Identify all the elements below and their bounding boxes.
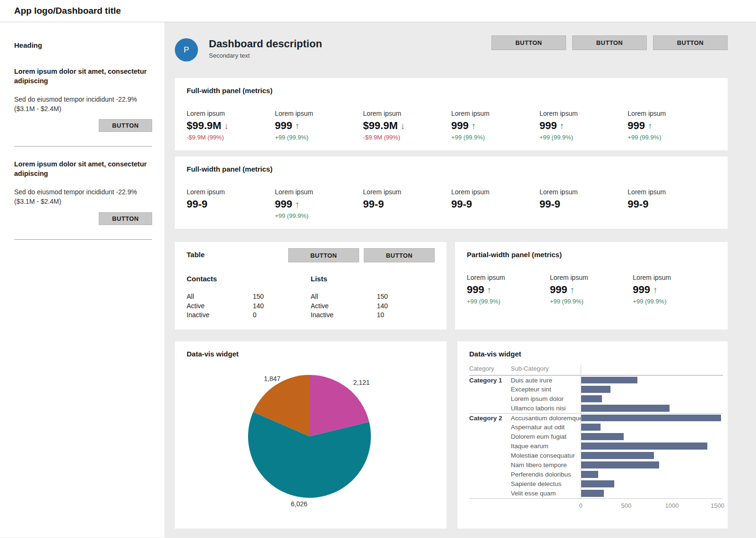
pie-slice-label: 6,026 — [291, 500, 307, 508]
metric: Lorem ipsum999 ↑+99 (99.9%) — [633, 274, 716, 305]
trend-down-icon: ↓ — [401, 121, 405, 131]
bar — [581, 395, 602, 402]
metric: Lorem ipsum999 ↑+99 (99.9%) — [275, 110, 363, 141]
bar-subcategory-label: Sapiente delectus — [511, 480, 581, 487]
metric: Lorem ipsum99-9 — [363, 188, 451, 219]
table-row: All150 — [311, 292, 435, 302]
metric-label: Lorem ipsum — [275, 110, 363, 117]
avatar: P — [175, 38, 198, 61]
bar-track — [581, 394, 723, 404]
bar-chart-header: Category Sub-Category — [469, 364, 723, 375]
bar-subcategory-label: Itaque earum — [511, 443, 581, 450]
metric-delta: +99 (99.9%) — [451, 134, 540, 141]
bar-row: Sapiente delectus — [469, 479, 723, 489]
panel-title: Table — [187, 251, 205, 259]
bar-subcategory-label: Aspernatur aut odit — [511, 424, 581, 431]
sidebar-button-2[interactable]: BUTTON — [99, 212, 152, 225]
metric: Lorem ipsum999 ↑+99 (99.9%) — [550, 274, 633, 305]
bar-track — [581, 432, 723, 442]
metric-delta: +99 (99.9%) — [540, 134, 628, 141]
dashboard-header: P Dashboard description Secondary text B… — [175, 35, 728, 61]
trend-up-icon: ↑ — [295, 200, 300, 209]
table-button-2[interactable]: BUTTON — [364, 248, 435, 262]
page-title: Dashboard description — [209, 38, 322, 50]
sidebar-button-1[interactable]: BUTTON — [99, 119, 152, 132]
metric-value: 999 ↑ — [275, 120, 363, 132]
row-label: Inactive — [187, 311, 253, 320]
panel-title: Data-vis widget — [469, 350, 723, 358]
bar-row: Dolorem eum fugiat — [469, 432, 723, 442]
trend-up-icon: ↑ — [472, 121, 476, 131]
table-panel: Table BUTTON BUTTON ContactsAll150Active… — [175, 242, 447, 330]
metric: Lorem ipsum999 ↑+99 (99.9%) — [540, 110, 628, 141]
metric-delta: +99 (99.9%) — [633, 298, 716, 305]
bar — [581, 424, 601, 431]
metric: Lorem ipsum$99.9M ↓-$9.9M (99%) — [363, 110, 451, 141]
x-axis-tick-label: 500 — [621, 502, 632, 509]
metric-label: Lorem ipsum — [275, 188, 363, 196]
row-label: All — [311, 292, 377, 302]
bar-track — [581, 376, 723, 385]
bar-track — [581, 423, 723, 432]
bar-track — [581, 451, 723, 460]
sidebar-divider — [14, 239, 152, 240]
table-column-header: Contacts — [187, 275, 311, 283]
bar-row: Ullamco laboris nisi — [469, 404, 723, 413]
sidebar-heading: Heading — [14, 41, 152, 49]
bar — [581, 443, 707, 450]
pie-slice-label: 2,121 — [353, 379, 369, 386]
metric-value: 99-9 — [187, 198, 275, 210]
row-label: All — [187, 292, 253, 302]
metric-delta: -$9.9M (99%) — [363, 134, 451, 141]
row-label: Active — [187, 302, 253, 311]
trend-up-icon: ↑ — [559, 121, 564, 131]
metrics-row: Lorem ipsum$99.9M ↓-$9.9M (99%)Lorem ips… — [187, 110, 716, 141]
table-button-1[interactable]: BUTTON — [288, 248, 359, 262]
bar — [581, 377, 637, 383]
table-row: All150 — [187, 292, 311, 302]
header-button-2[interactable]: BUTTON — [572, 35, 647, 50]
metric: Lorem ipsum999 ↑+99 (99.9%) — [467, 274, 550, 305]
pie-slice-label: 1,847 — [264, 375, 280, 382]
bar-row: Molestiae consequatur — [469, 451, 723, 460]
trend-up-icon: ↑ — [653, 285, 658, 295]
panel-title: Data-vis widget — [187, 350, 435, 358]
sidebar: Heading Lorem ipsum dolor sit amet, cons… — [0, 22, 164, 538]
header-button-1[interactable]: BUTTON — [491, 35, 566, 50]
metric-delta: -$9.9M (99%) — [187, 134, 275, 141]
bar-subcategory-label: Perferendis doloribus — [511, 471, 581, 478]
metric-value: 999 ↑ — [627, 120, 716, 132]
metric-value: $99.9M ↓ — [187, 120, 275, 132]
table-row: Active140 — [187, 302, 311, 311]
bar-subcategory-label: Accusantium doloremque — [511, 415, 581, 422]
metric: Lorem ipsum999 ↑+99 (99.9%) — [275, 188, 363, 219]
metric: Lorem ipsum99-9 — [451, 188, 540, 219]
bar — [581, 433, 624, 440]
metric: Lorem ipsum99-9 — [187, 188, 275, 219]
metric-label: Lorem ipsum — [627, 188, 716, 196]
metric-value: 99-9 — [451, 198, 540, 210]
header-button-3[interactable]: BUTTON — [653, 35, 728, 50]
trend-up-icon: ↑ — [487, 285, 492, 295]
metric-delta: +99 (99.9%) — [467, 298, 550, 305]
metric-label: Lorem ipsum — [540, 110, 628, 117]
bar-row: Aspernatur aut odit — [469, 423, 723, 432]
metric-delta: +99 (99.9%) — [275, 212, 363, 219]
bar-track — [581, 460, 723, 470]
trend-up-icon: ↑ — [570, 285, 575, 295]
bar-row: Lorem ipsum dolor — [469, 394, 723, 404]
bar-subcategory-label: Nam libero tempore — [511, 461, 581, 469]
sidebar-section-2: Lorem ipsum dolor sit amet, consectetur … — [14, 160, 152, 225]
row-value: 10 — [377, 311, 385, 320]
top-bar: App logo/Dashboard title — [0, 0, 756, 22]
metric: Lorem ipsum$99.9M ↓-$9.9M (99%) — [187, 110, 275, 141]
bar-subcategory-label: Ullamco laboris nisi — [511, 405, 581, 412]
metric-label: Lorem ipsum — [633, 274, 716, 281]
bar — [581, 405, 670, 412]
sidebar-section-title: Lorem ipsum dolor sit amet, consectetur … — [14, 67, 152, 86]
x-axis-tick-label: 0 — [579, 502, 582, 509]
metric-label: Lorem ipsum — [363, 188, 451, 196]
row-label: Inactive — [311, 311, 377, 320]
table-row: Inactive10 — [311, 311, 435, 320]
bar-subcategory-label: Dolorem eum fugiat — [511, 433, 581, 440]
